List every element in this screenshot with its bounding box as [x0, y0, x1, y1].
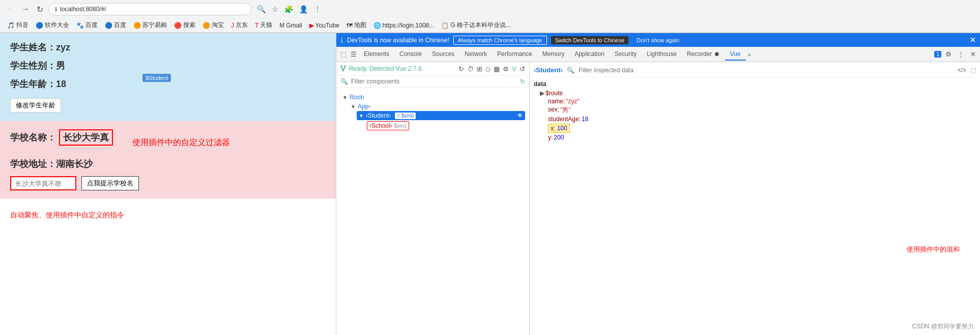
- school-name-value: 长沙大学真: [59, 129, 113, 146]
- bookmark-gmail[interactable]: MGmail: [276, 21, 305, 30]
- bookmark-maps[interactable]: 🗺地图: [343, 20, 369, 31]
- bookmark-jd[interactable]: J京东: [228, 20, 251, 31]
- tab-performance[interactable]: Performance: [492, 48, 537, 61]
- vue-layout-icon[interactable]: ⊞: [477, 65, 482, 73]
- match-language-button[interactable]: Always match Chrome's language: [453, 36, 547, 45]
- vue-school-node: ‹School› $vm1: [367, 121, 409, 130]
- root-tag: Root›: [350, 94, 364, 101]
- bookmark-csdn[interactable]: 📋G·格子达本科毕业说...: [438, 20, 514, 31]
- student-gender-field: 学生性别：男: [10, 60, 326, 72]
- bookmark-douyin[interactable]: 🎵 抖音: [4, 20, 32, 31]
- school-tag: ‹School›: [369, 122, 392, 129]
- modify-age-button[interactable]: 修改学生年龄: [10, 98, 61, 113]
- bookmarks-bar: 🎵 抖音 🔵软件大全 🐾百度 🔵百度 🟠苏宁易购 🔴搜索 🟠淘宝 J京东 T天猫…: [0, 18, 980, 33]
- x-key: x:: [551, 125, 555, 132]
- vue-filter-search-icon: 🔍: [340, 78, 348, 85]
- vue-timeline-icon[interactable]: ⏱: [467, 65, 474, 73]
- tab-console[interactable]: Console: [394, 48, 427, 61]
- bookmark-baidu2[interactable]: 🔵百度: [102, 20, 129, 31]
- inspect-icon[interactable]: ⬚: [338, 49, 349, 59]
- student-gender-value: 男: [56, 61, 65, 71]
- vue-vue-icon[interactable]: V: [512, 65, 516, 73]
- right-filter-input[interactable]: [579, 67, 655, 74]
- vue-diamond-icon[interactable]: ◇: [485, 65, 491, 73]
- dont-show-button[interactable]: Don't show again: [632, 36, 683, 44]
- tab-vue[interactable]: Vue: [725, 48, 746, 61]
- vue-student-label[interactable]: ▼ ‹Student› = $vm0 👁: [357, 111, 525, 120]
- student-section: 学生姓名：zyz 学生性别：男 $Student 学生年龄：18 修改学生年龄: [0, 33, 336, 121]
- vue-settings-icon[interactable]: ⚙: [503, 65, 509, 73]
- student-name-field: 学生姓名：zyz: [10, 41, 326, 53]
- data-section: data ▶ $route name: "zyz": [534, 80, 976, 142]
- bookmark-baidu1[interactable]: 🐾百度: [73, 20, 101, 31]
- student-eye-icon[interactable]: 👁: [517, 112, 523, 119]
- url-display: localhost:8080/#/: [60, 6, 106, 13]
- school-vm-badge: $vm1: [394, 123, 407, 129]
- bookmark-youtube[interactable]: ▶YouTube: [306, 21, 342, 30]
- webpage-panel: 学生姓名：zyz 学生性别：男 $Student 学生年龄：18 修改学生年龄 …: [0, 33, 336, 335]
- route-expand-icon[interactable]: ▶: [540, 90, 544, 97]
- bookmark-action[interactable]: ☆: [270, 4, 280, 14]
- right-component-name: ‹Student›: [534, 66, 563, 74]
- vue-node-school: ‹School› $vm1: [365, 120, 525, 131]
- school-name-field: 学校名称： 长沙大学真: [10, 129, 113, 146]
- vue-filter-refresh-icon[interactable]: ↻: [520, 78, 525, 85]
- vue-bar-icon[interactable]: ▦: [494, 65, 500, 73]
- vue-school-label[interactable]: ‹School› $vm1: [365, 120, 525, 131]
- data-y-row: y: 200: [548, 134, 976, 141]
- menu-action[interactable]: ⋮: [312, 4, 323, 14]
- school-input-area: 点我提示学校名: [10, 176, 326, 190]
- cursor-icon[interactable]: ☰: [349, 49, 359, 59]
- right-filter-search-icon: 🔍: [567, 67, 574, 74]
- extensions-action[interactable]: 🧩: [282, 4, 295, 14]
- app-tag: App›: [358, 103, 370, 110]
- tab-sources[interactable]: Sources: [427, 48, 459, 61]
- refresh-button[interactable]: ↻: [35, 4, 45, 15]
- tab-elements[interactable]: Elements: [359, 48, 394, 61]
- tab-recorder[interactable]: Recorder ⏺: [682, 48, 725, 61]
- vue-refresh-icon[interactable]: ↻: [458, 65, 464, 73]
- settings-icon[interactable]: ⚙: [943, 49, 954, 59]
- console-badge: 1: [934, 51, 941, 58]
- main-area: 学生姓名：zyz 学生性别：男 $Student 学生年龄：18 修改学生年龄 …: [0, 33, 980, 335]
- more-options-icon[interactable]: ⋮: [956, 49, 966, 59]
- bookmark-software[interactable]: 🔵软件大全: [33, 20, 72, 31]
- right-open-icon[interactable]: ⬚: [970, 67, 976, 74]
- devtools-tab-icons: 1 ⚙ ⋮ ✕: [934, 49, 978, 59]
- forward-button[interactable]: →: [19, 4, 32, 15]
- bookmark-taobao[interactable]: 🟠淘宝: [199, 20, 227, 31]
- back-button[interactable]: ←: [4, 4, 16, 15]
- address-bar[interactable]: ℹ localhost:8080/#/: [48, 3, 252, 15]
- search-action[interactable]: 🔍: [255, 4, 268, 14]
- age-value: 18: [582, 116, 588, 123]
- bookmark-search[interactable]: 🔴搜索: [171, 20, 198, 31]
- devtools-tabs: ⬚ ☰ Elements Console Sources Network Per…: [336, 47, 980, 62]
- vue-root-label[interactable]: ▼ Root›: [340, 93, 525, 102]
- right-code-icon[interactable]: </>: [958, 67, 966, 74]
- tab-lighthouse[interactable]: Lighthouse: [642, 48, 682, 61]
- notification-text: DevTools is now available in Chinese!: [347, 37, 449, 44]
- vue-reload-icon[interactable]: ↺: [520, 65, 525, 73]
- switch-devtools-button[interactable]: Switch DevTools to Chinese: [551, 36, 628, 44]
- school-input[interactable]: [10, 176, 76, 190]
- data-tree: ▶ $route name: "zyz" sex: "男": [540, 90, 976, 141]
- tab-memory[interactable]: Memory: [537, 48, 569, 61]
- show-school-button[interactable]: 点我提示学校名: [81, 176, 139, 190]
- tab-network[interactable]: Network: [459, 48, 492, 61]
- more-tabs-icon[interactable]: »: [746, 51, 753, 58]
- bookmark-login[interactable]: 🌐https://login.1008...: [370, 21, 437, 30]
- close-devtools-icon[interactable]: ✕: [968, 49, 978, 59]
- data-x-row: x: 100: [548, 124, 976, 133]
- bookmark-tmall[interactable]: T天猫: [252, 20, 275, 31]
- mixin-label: 使用插件中的混和: [907, 245, 960, 254]
- bookmark-suning[interactable]: 🟠苏宁易购: [130, 20, 170, 31]
- tab-application[interactable]: Application: [569, 48, 610, 61]
- student-name-value: zyz: [56, 42, 70, 52]
- notification-close-icon[interactable]: ✕: [969, 35, 976, 45]
- school-address-field: 学校地址：湖南长沙: [10, 158, 326, 170]
- vue-filter-input[interactable]: [351, 78, 517, 85]
- vue-app-label[interactable]: ▼ App›: [349, 102, 525, 111]
- name-value: "zyz": [566, 98, 580, 105]
- tab-security[interactable]: Security: [610, 48, 642, 61]
- profile-action[interactable]: 👤: [297, 4, 310, 14]
